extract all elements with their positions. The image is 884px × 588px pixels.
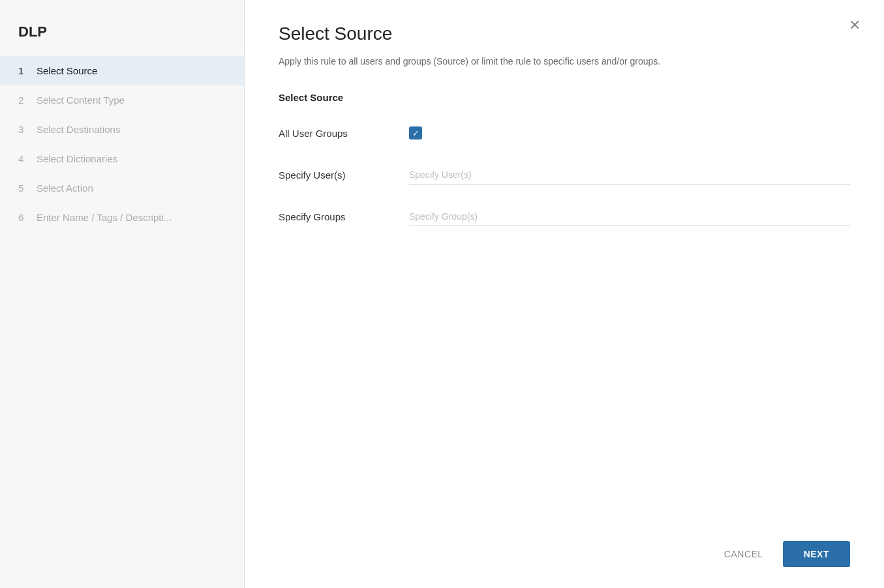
step-5-number: 5	[18, 183, 29, 194]
specify-users-input[interactable]	[409, 166, 850, 184]
specify-groups-control	[409, 207, 850, 226]
close-button[interactable]: ✕	[849, 18, 861, 33]
sidebar-item-label-5: Select Action	[37, 183, 93, 194]
specify-users-label: Specify User(s)	[279, 169, 409, 181]
sidebar-item-label-1: Select Source	[37, 65, 97, 76]
step-3-number: 3	[18, 124, 29, 135]
sidebar-item-select-dictionaries[interactable]: 4 Select Dictionaries	[0, 144, 244, 173]
step-6-number: 6	[18, 212, 29, 223]
footer: CANCEL NEXT	[712, 541, 850, 567]
specify-users-control	[409, 166, 850, 184]
sidebar-item-select-content-type[interactable]: 2 Select Content Type	[0, 85, 244, 115]
sidebar-item-label-6: Enter Name / Tags / Descripti...	[37, 212, 172, 223]
specify-users-row: Specify User(s)	[279, 163, 850, 186]
sidebar-item-select-destinations[interactable]: 3 Select Destinations	[0, 115, 244, 144]
sidebar-item-label-2: Select Content Type	[37, 95, 125, 106]
modal-wrapper: DLP 1 Select Source 2 Select Content Typ…	[0, 0, 884, 588]
sidebar-item-enter-name[interactable]: 6 Enter Name / Tags / Descripti...	[0, 203, 244, 232]
cancel-button[interactable]: CANCEL	[712, 542, 775, 566]
sidebar-item-label-4: Select Dictionaries	[37, 153, 117, 164]
sidebar-item-label-3: Select Destinations	[37, 124, 120, 135]
all-user-groups-checkbox[interactable]: ✓	[409, 126, 422, 140]
main-content: ✕ Select Source Apply this rule to all u…	[245, 0, 884, 588]
all-user-groups-control: ✓	[409, 126, 850, 140]
all-user-groups-row: All User Groups ✓	[279, 121, 850, 145]
specify-groups-row: Specify Groups	[279, 205, 850, 228]
next-button[interactable]: NEXT	[783, 541, 850, 567]
app-title: DLP	[0, 13, 244, 56]
specify-groups-label: Specify Groups	[279, 211, 409, 222]
specify-groups-input[interactable]	[409, 207, 850, 226]
check-mark-icon: ✓	[412, 129, 419, 138]
section-label: Select Source	[279, 92, 850, 103]
all-user-groups-label: All User Groups	[279, 128, 409, 139]
sidebar-item-select-action[interactable]: 5 Select Action	[0, 173, 244, 203]
description-text: Apply this rule to all users and groups …	[279, 55, 850, 68]
page-title: Select Source	[279, 23, 850, 44]
step-4-number: 4	[18, 153, 29, 164]
step-2-number: 2	[18, 95, 29, 106]
sidebar: DLP 1 Select Source 2 Select Content Typ…	[0, 0, 245, 588]
sidebar-item-select-source[interactable]: 1 Select Source	[0, 56, 244, 85]
step-1-number: 1	[18, 65, 29, 76]
